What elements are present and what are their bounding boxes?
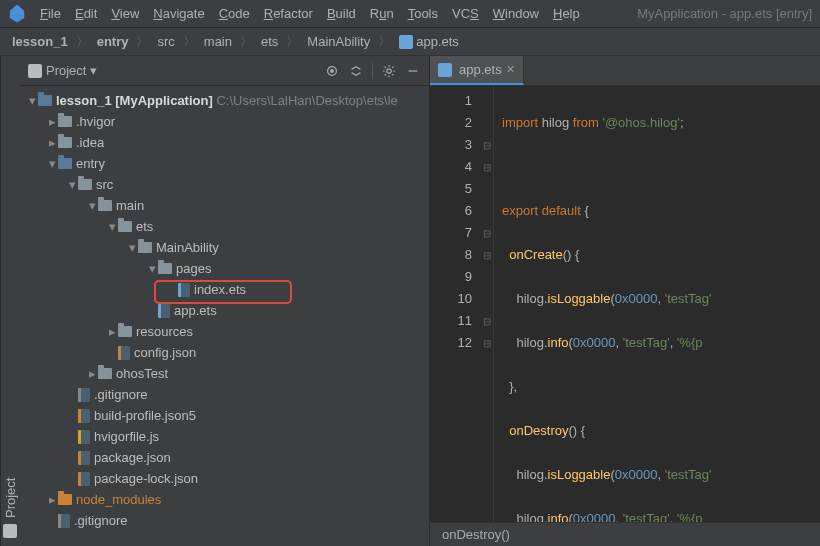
menu-navigate[interactable]: Navigate: [147, 4, 210, 23]
menu-build[interactable]: Build: [321, 4, 362, 23]
editor-tabs: app.ets ✕: [430, 56, 820, 86]
breadcrumb-item[interactable]: lesson_1: [8, 33, 72, 50]
tree-node[interactable]: package.json: [20, 447, 429, 468]
tree-node[interactable]: ▸ohosTest: [20, 363, 429, 384]
line-numbers: 123456789101112: [430, 86, 480, 522]
ets-file-icon: [399, 35, 413, 49]
tree-node-root[interactable]: ▾ lesson_1 [MyApplication] C:\Users\LalH…: [20, 90, 429, 111]
locate-icon[interactable]: [324, 63, 340, 79]
tree-node[interactable]: ▾main: [20, 195, 429, 216]
tree-node[interactable]: .gitignore: [20, 510, 429, 531]
tree-node[interactable]: hvigorfile.js: [20, 426, 429, 447]
close-icon[interactable]: ✕: [506, 63, 515, 76]
menu-code[interactable]: Code: [213, 4, 256, 23]
method-breadcrumb[interactable]: onDestroy(): [430, 522, 820, 546]
menu-file[interactable]: File: [34, 4, 67, 23]
breadcrumb: lesson_1〉 entry〉 src〉 main〉 ets〉 MainAbi…: [0, 28, 820, 56]
breadcrumb-item[interactable]: ets: [257, 33, 282, 50]
tree-node[interactable]: ▾ets: [20, 216, 429, 237]
tree-node[interactable]: ▾src: [20, 174, 429, 195]
menu-window[interactable]: Window: [487, 4, 545, 23]
tree-node[interactable]: ▸node_modules: [20, 489, 429, 510]
tree-node[interactable]: ▾MainAbility: [20, 237, 429, 258]
tree-node[interactable]: ▾pages: [20, 258, 429, 279]
tree-node[interactable]: config.json: [20, 342, 429, 363]
tree-node-index-ets[interactable]: index.ets: [20, 279, 429, 300]
ets-file-icon: [438, 63, 452, 77]
tree-node[interactable]: ▸resources: [20, 321, 429, 342]
menu-run[interactable]: Run: [364, 4, 400, 23]
tree-node-entry[interactable]: ▾entry: [20, 153, 429, 174]
breadcrumb-item[interactable]: entry: [93, 33, 133, 50]
project-tree[interactable]: ▾ lesson_1 [MyApplication] C:\Users\LalH…: [20, 86, 429, 546]
tree-node[interactable]: ▸.idea: [20, 132, 429, 153]
code-content[interactable]: import hilog from '@ohos.hilog'; export …: [494, 86, 820, 522]
sidebar-project-tab[interactable]: Project: [0, 56, 20, 546]
menu-refactor[interactable]: Refactor: [258, 4, 319, 23]
tree-node[interactable]: .gitignore: [20, 384, 429, 405]
menu-help[interactable]: Help: [547, 4, 586, 23]
menu-tools[interactable]: Tools: [402, 4, 444, 23]
editor: app.ets ✕ 123456789101112 ⊟⊟⊟⊟⊟⊟ import …: [430, 56, 820, 546]
tree-node[interactable]: package-lock.json: [20, 468, 429, 489]
fold-gutter[interactable]: ⊟⊟⊟⊟⊟⊟: [480, 86, 494, 522]
tab-app-ets[interactable]: app.ets ✕: [430, 56, 524, 85]
app-logo-icon: [8, 5, 26, 23]
breadcrumb-item[interactable]: main: [200, 33, 236, 50]
project-icon: [28, 64, 42, 78]
expand-all-icon[interactable]: [348, 63, 364, 79]
breadcrumb-item[interactable]: MainAbility: [303, 33, 374, 50]
project-panel: Project ▾ ▾ lesson_1 [MyApplication] C:\…: [20, 56, 430, 546]
svg-point-2: [387, 68, 391, 72]
project-icon: [4, 524, 18, 538]
divider: [372, 63, 373, 79]
tree-node[interactable]: build-profile.json5: [20, 405, 429, 426]
menu-view[interactable]: View: [105, 4, 145, 23]
window-title: MyApplication - app.ets [entry]: [637, 6, 812, 21]
gear-icon[interactable]: [381, 63, 397, 79]
project-view-selector[interactable]: Project ▾: [28, 63, 97, 78]
menu-bar: File Edit View Navigate Code Refactor Bu…: [0, 0, 820, 28]
menu-vcs[interactable]: VCS: [446, 4, 485, 23]
minimize-icon[interactable]: [405, 63, 421, 79]
tree-node[interactable]: ▸.hvigor: [20, 111, 429, 132]
menu-edit[interactable]: Edit: [69, 4, 103, 23]
project-toolbar: Project ▾: [20, 56, 429, 86]
svg-point-1: [331, 69, 334, 72]
chevron-down-icon: ▾: [90, 63, 97, 78]
tree-node-app-ets[interactable]: app.ets: [20, 300, 429, 321]
breadcrumb-item[interactable]: src: [153, 33, 178, 50]
breadcrumb-item[interactable]: app.ets: [395, 33, 463, 51]
